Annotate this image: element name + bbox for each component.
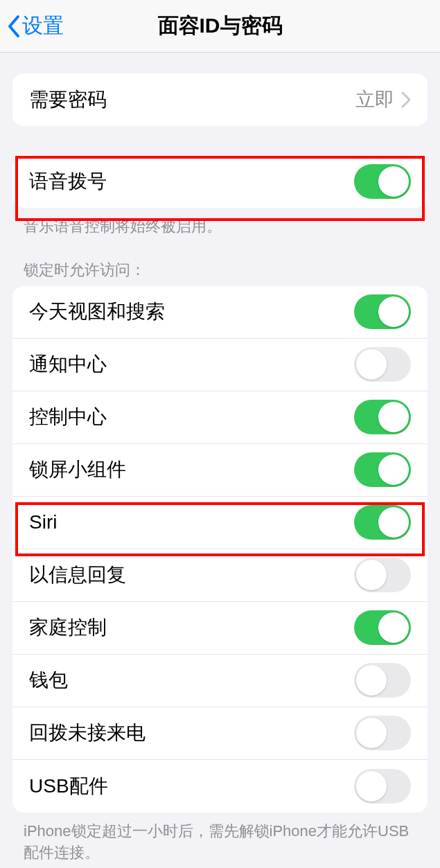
locked-access-footer: iPhone锁定超过一小时后，需先解锁iPhone才能允许USB配件连接。 bbox=[0, 813, 440, 864]
locked-access-label: USB配件 bbox=[29, 773, 108, 799]
voice-dial-row: 语音拨号 bbox=[12, 155, 428, 208]
locked-access-row: 家庭控制 bbox=[12, 602, 428, 655]
locked-access-label: 家庭控制 bbox=[29, 614, 107, 641]
locked-access-label: 回拨未接来电 bbox=[29, 720, 146, 746]
back-label: 设置 bbox=[22, 12, 64, 40]
locked-access-toggle[interactable] bbox=[354, 769, 411, 804]
locked-access-toggle[interactable] bbox=[354, 610, 411, 645]
locked-access-row: Siri bbox=[12, 497, 428, 549]
voice-dial-footer: 音乐语音控制将始终被启用。 bbox=[0, 208, 440, 238]
locked-access-row: 通知中心 bbox=[12, 339, 428, 391]
locked-access-group: 今天视图和搜索通知中心控制中心锁屏小组件Siri以信息回复家庭控制钱包回拨未接来… bbox=[12, 286, 428, 813]
require-passcode-row[interactable]: 需要密码 立即 bbox=[12, 73, 428, 126]
locked-access-row: 回拨未接来电 bbox=[12, 707, 428, 760]
locked-access-label: 通知中心 bbox=[29, 351, 107, 378]
locked-access-toggle[interactable] bbox=[354, 505, 411, 540]
passcode-group: 需要密码 立即 bbox=[12, 73, 428, 126]
locked-access-toggle[interactable] bbox=[354, 558, 411, 592]
locked-access-label: Siri bbox=[29, 511, 57, 533]
locked-access-toggle[interactable] bbox=[354, 663, 411, 698]
locked-access-label: 控制中心 bbox=[29, 404, 107, 430]
voice-dial-group: 语音拨号 bbox=[12, 155, 428, 208]
locked-access-toggle[interactable] bbox=[354, 400, 411, 434]
locked-access-toggle[interactable] bbox=[354, 294, 411, 329]
locked-access-row: 锁屏小组件 bbox=[12, 444, 428, 497]
locked-access-row: 今天视图和搜索 bbox=[12, 286, 428, 339]
require-passcode-label: 需要密码 bbox=[29, 87, 107, 113]
locked-access-toggle[interactable] bbox=[354, 452, 411, 487]
locked-access-header: 锁定时允许访问： bbox=[0, 238, 440, 286]
locked-access-toggle[interactable] bbox=[354, 716, 411, 750]
chevron-right-icon bbox=[401, 91, 411, 108]
locked-access-label: 锁屏小组件 bbox=[29, 457, 126, 483]
locked-access-row: USB配件 bbox=[12, 760, 428, 813]
navbar: 设置 面容ID与密码 bbox=[0, 0, 440, 53]
voice-dial-toggle[interactable] bbox=[354, 164, 411, 199]
locked-access-row: 钱包 bbox=[12, 655, 428, 707]
voice-dial-label: 语音拨号 bbox=[29, 168, 107, 195]
back-button[interactable]: 设置 bbox=[0, 12, 64, 40]
locked-access-label: 今天视图和搜索 bbox=[29, 299, 165, 325]
locked-access-row: 以信息回复 bbox=[12, 549, 428, 602]
require-passcode-value: 立即 bbox=[355, 87, 394, 113]
locked-access-row: 控制中心 bbox=[12, 391, 428, 444]
page-title: 面容ID与密码 bbox=[0, 12, 440, 40]
chevron-left-icon bbox=[7, 15, 21, 38]
locked-access-label: 以信息回复 bbox=[29, 562, 126, 588]
locked-access-label: 钱包 bbox=[29, 667, 68, 693]
locked-access-toggle[interactable] bbox=[354, 347, 411, 382]
